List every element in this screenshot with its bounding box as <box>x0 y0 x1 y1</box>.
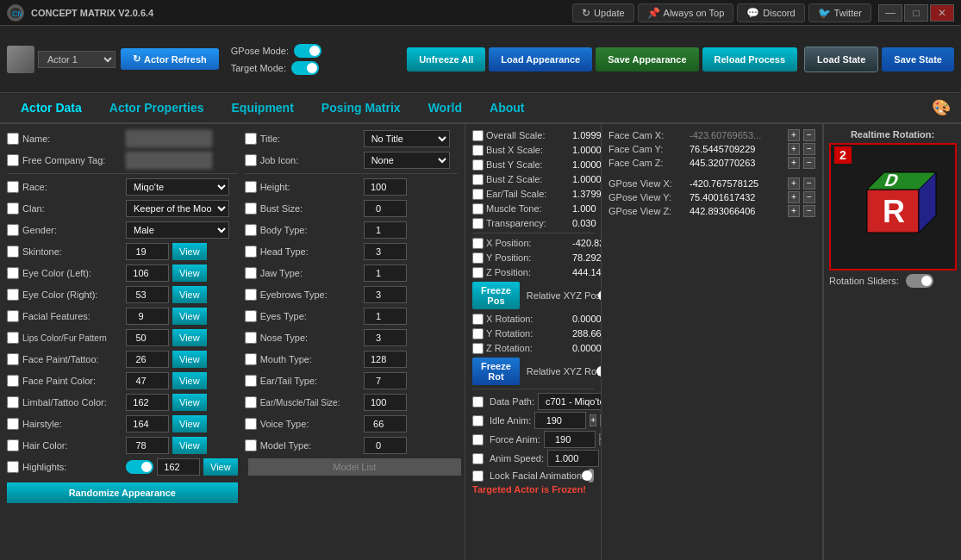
hair-color-view-button[interactable]: View <box>172 437 207 454</box>
face-cam-y-minus[interactable]: − <box>803 143 815 155</box>
highlights-view-button[interactable]: View <box>203 458 238 476</box>
anim-speed-checkbox[interactable] <box>472 453 484 464</box>
load-state-button[interactable]: Load State <box>804 47 878 72</box>
transparency-checkbox[interactable] <box>472 218 484 229</box>
gpose-view-z-plus[interactable]: + <box>788 205 800 217</box>
y-pos-checkbox[interactable] <box>472 252 484 264</box>
z-pos-checkbox[interactable] <box>472 267 484 278</box>
rotation-sliders-toggle[interactable] <box>906 274 933 288</box>
lips-color-checkbox[interactable] <box>7 332 19 344</box>
gpose-view-x-plus[interactable]: + <box>788 177 800 190</box>
lock-facial-checkbox[interactable] <box>472 470 484 482</box>
skintone-input[interactable] <box>126 243 169 260</box>
title-select[interactable]: No Title <box>364 130 450 147</box>
ear-muscle-tail-checkbox[interactable] <box>245 396 257 408</box>
head-type-checkbox[interactable] <box>245 246 257 258</box>
actor-dropdown[interactable]: Actor 1 <box>38 51 115 68</box>
gpose-view-z-minus[interactable]: − <box>803 205 815 217</box>
gender-select[interactable]: Male <box>126 221 229 239</box>
model-list-button[interactable]: Model List <box>248 458 461 476</box>
hair-color-checkbox[interactable] <box>7 439 19 451</box>
randomize-appearance-button[interactable]: Randomize Appearance <box>7 482 238 503</box>
face-paint-color-view-button[interactable]: View <box>172 372 207 389</box>
always-on-top-button[interactable]: 📌 Always on Top <box>638 3 734 22</box>
data-path-checkbox[interactable] <box>472 396 484 408</box>
twitter-button[interactable]: 🐦 Twitter <box>808 3 871 22</box>
face-paint-checkbox[interactable] <box>7 353 19 365</box>
clan-select[interactable]: Keeper of the Moon <box>126 200 229 217</box>
gender-checkbox[interactable] <box>7 224 19 236</box>
bust-size-checkbox[interactable] <box>245 202 257 215</box>
force-anim-checkbox[interactable] <box>472 434 484 445</box>
mouth-type-input[interactable] <box>364 351 407 368</box>
save-state-button[interactable]: Save State <box>882 47 954 72</box>
face-paint-color-checkbox[interactable] <box>7 375 19 387</box>
eye-left-checkbox[interactable] <box>7 267 19 279</box>
face-cam-z-minus[interactable]: − <box>803 157 815 169</box>
rotation-cube[interactable]: 2 R D <box>829 143 957 271</box>
tab-actor-data[interactable]: Actor Data <box>7 94 96 121</box>
lock-facial-toggle[interactable] <box>588 469 594 482</box>
tab-actor-properties[interactable]: Actor Properties <box>96 94 218 121</box>
lips-color-input[interactable] <box>126 329 169 346</box>
face-cam-y-plus[interactable]: + <box>788 143 800 155</box>
reload-process-button[interactable]: Reload Process <box>702 47 798 72</box>
head-type-input[interactable] <box>364 243 407 260</box>
muscle-tone-checkbox[interactable] <box>472 203 484 215</box>
highlights-input[interactable] <box>157 458 200 476</box>
ear-tail-scale-checkbox[interactable] <box>472 189 484 200</box>
body-type-checkbox[interactable] <box>245 224 257 236</box>
tab-posing-matrix[interactable]: Posing Matrix <box>308 94 415 121</box>
tab-world[interactable]: World <box>415 94 476 121</box>
highlights-toggle[interactable] <box>126 460 153 474</box>
x-pos-checkbox[interactable] <box>472 238 484 249</box>
eye-left-input[interactable] <box>126 264 169 282</box>
race-select[interactable]: Miqo'te <box>126 178 229 196</box>
body-type-input[interactable] <box>364 221 407 239</box>
free-company-input[interactable] <box>126 152 212 169</box>
face-cam-x-minus[interactable]: − <box>803 129 815 141</box>
skintone-view-button[interactable]: View <box>172 243 207 260</box>
skintone-checkbox[interactable] <box>7 246 19 258</box>
hairstyle-checkbox[interactable] <box>7 418 19 430</box>
limbal-input[interactable] <box>126 394 169 411</box>
name-checkbox[interactable] <box>7 133 19 145</box>
hair-color-input[interactable] <box>126 437 169 454</box>
ear-tail-type-input[interactable] <box>364 372 407 389</box>
load-appearance-button[interactable]: Load Appearance <box>489 47 592 72</box>
save-appearance-button[interactable]: Save Appearance <box>596 47 698 72</box>
idle-anim-input[interactable] <box>534 412 586 429</box>
face-cam-z-plus[interactable]: + <box>788 157 800 169</box>
nose-type-input[interactable] <box>364 329 407 346</box>
free-company-checkbox[interactable] <box>7 154 19 166</box>
voice-type-input[interactable] <box>364 415 407 432</box>
x-rot-checkbox[interactable] <box>472 314 484 325</box>
highlights-checkbox[interactable] <box>7 461 19 473</box>
clan-checkbox[interactable] <box>7 202 19 215</box>
jaw-type-input[interactable] <box>364 264 407 282</box>
z-rot-checkbox[interactable] <box>472 343 484 354</box>
face-paint-view-button[interactable]: View <box>172 351 207 368</box>
lips-color-view-button[interactable]: View <box>172 329 207 346</box>
name-input[interactable] <box>126 130 212 147</box>
jaw-type-checkbox[interactable] <box>245 267 257 279</box>
discord-button[interactable]: 💬 Discord <box>737 3 804 22</box>
close-button[interactable]: ✕ <box>930 4 954 22</box>
hairstyle-input[interactable] <box>126 415 169 432</box>
voice-type-checkbox[interactable] <box>245 418 257 430</box>
eye-right-input[interactable] <box>126 286 169 303</box>
bust-size-input[interactable] <box>364 200 407 217</box>
height-input[interactable] <box>364 178 407 196</box>
idle-anim-plus[interactable]: + <box>590 414 596 426</box>
data-path-select[interactable]: c701 - Miqo'te Male <box>538 393 602 410</box>
freeze-pos-button[interactable]: Freeze Pos <box>472 282 520 309</box>
model-type-checkbox[interactable] <box>245 439 257 451</box>
palette-icon[interactable]: 🎨 <box>928 95 954 121</box>
job-icon-checkbox[interactable] <box>245 154 257 166</box>
facial-features-view-button[interactable]: View <box>172 308 207 325</box>
job-icon-select[interactable]: None <box>364 152 450 169</box>
actor-refresh-button[interactable]: ↻ Actor Refresh <box>121 48 219 70</box>
bust-x-checkbox[interactable] <box>472 145 484 156</box>
face-paint-input[interactable] <box>126 351 169 368</box>
bust-y-checkbox[interactable] <box>472 159 484 171</box>
